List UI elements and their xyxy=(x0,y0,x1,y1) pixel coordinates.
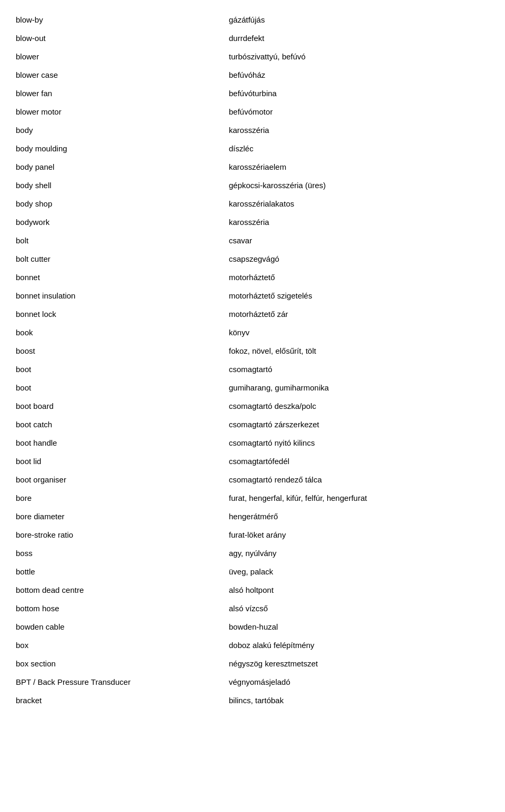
hungarian-term: motorháztető xyxy=(229,268,489,286)
english-term: blower fan xyxy=(16,84,229,102)
hungarian-term: könyv xyxy=(229,323,489,342)
table-row: bookkönyv xyxy=(16,323,489,342)
table-row: bodykarosszéria xyxy=(16,121,489,139)
table-row: bracketbilincs, tartóbak xyxy=(16,691,489,710)
english-term: blower xyxy=(16,47,229,66)
table-row: bore-stroke ratiofurat-löket arány xyxy=(16,526,489,544)
hungarian-term: alsó vízcső xyxy=(229,599,489,618)
table-row: bottleüveg, palack xyxy=(16,562,489,581)
table-row: boot boardcsomagtartó deszka/polc xyxy=(16,397,489,415)
table-row: boot lidcsomagtartófedél xyxy=(16,452,489,470)
english-term: body shell xyxy=(16,176,229,194)
table-row: bonnetmotorháztető xyxy=(16,268,489,286)
hungarian-term: motorháztető szigetelés xyxy=(229,286,489,305)
hungarian-term: agy, nyúlvány xyxy=(229,544,489,562)
english-term: bore xyxy=(16,489,229,507)
table-row: bootgumiharang, gumiharmonika xyxy=(16,378,489,397)
table-row: boot organisercsomagtartó rendező tálca xyxy=(16,470,489,489)
hungarian-term: furat-löket arány xyxy=(229,526,489,544)
hungarian-term: befúvóturbina xyxy=(229,84,489,102)
hungarian-term: csapszegvágó xyxy=(229,250,489,268)
hungarian-term: csavar xyxy=(229,231,489,250)
english-term: bodywork xyxy=(16,213,229,231)
english-term: boot organiser xyxy=(16,470,229,489)
english-term: bottom hose xyxy=(16,599,229,618)
table-row: boot catchcsomagtartó zárszerkezet xyxy=(16,415,489,434)
hungarian-term: végnyomásjeladó xyxy=(229,673,489,691)
table-row: blow-bygázátfújás xyxy=(16,11,489,29)
hungarian-term: gumiharang, gumiharmonika xyxy=(229,378,489,397)
english-term: bolt xyxy=(16,231,229,250)
english-term: boot handle xyxy=(16,434,229,452)
hungarian-term: alsó holtpont xyxy=(229,581,489,599)
hungarian-term: karosszéria xyxy=(229,213,489,231)
hungarian-term: doboz alakú felépítmény xyxy=(229,636,489,654)
hungarian-term: fokoz, növel, elősűrít, tölt xyxy=(229,342,489,360)
english-term: boot lid xyxy=(16,452,229,470)
table-row: body shopkarosszérialakatos xyxy=(16,194,489,213)
english-term: boost xyxy=(16,342,229,360)
table-row: boxdoboz alakú felépítmény xyxy=(16,636,489,654)
english-term: boot xyxy=(16,360,229,378)
table-row: blow-outdurrdefekt xyxy=(16,29,489,47)
table-row: body panelkarosszériaelem xyxy=(16,158,489,176)
table-row: boostfokoz, növel, elősűrít, tölt xyxy=(16,342,489,360)
hungarian-term: motorháztető zár xyxy=(229,305,489,323)
english-term: bonnet insulation xyxy=(16,286,229,305)
table-row: bossagy, nyúlvány xyxy=(16,544,489,562)
english-term: bore-stroke ratio xyxy=(16,526,229,544)
hungarian-term: gépkocsi-karosszéria (üres) xyxy=(229,176,489,194)
table-row: bolt cuttercsapszegvágó xyxy=(16,250,489,268)
table-row: BPT / Back Pressure Transducervégnyomásj… xyxy=(16,673,489,691)
table-row: blower motorbefúvómotor xyxy=(16,102,489,121)
hungarian-term: bilincs, tartóbak xyxy=(229,691,489,710)
hungarian-term: csomagtartó zárszerkezet xyxy=(229,415,489,434)
english-term: bonnet lock xyxy=(16,305,229,323)
hungarian-term: hengerátmérő xyxy=(229,507,489,526)
english-term: bracket xyxy=(16,691,229,710)
english-term: box section xyxy=(16,654,229,673)
hungarian-term: üveg, palack xyxy=(229,562,489,581)
english-term: bolt cutter xyxy=(16,250,229,268)
hungarian-term: karosszérialakatos xyxy=(229,194,489,213)
english-term: bowden cable xyxy=(16,618,229,636)
table-row: body shellgépkocsi-karosszéria (üres) xyxy=(16,176,489,194)
english-term: body moulding xyxy=(16,139,229,158)
english-term: boot xyxy=(16,378,229,397)
english-term: body xyxy=(16,121,229,139)
table-row: bottom hosealsó vízcső xyxy=(16,599,489,618)
table-row: box sectionnégyszög keresztmetszet xyxy=(16,654,489,673)
hungarian-term: gázátfújás xyxy=(229,11,489,29)
hungarian-term: csomagtartó xyxy=(229,360,489,378)
table-row: blower fanbefúvóturbina xyxy=(16,84,489,102)
dictionary-table: blow-bygázátfújásblow-outdurrdefektblowe… xyxy=(16,11,489,710)
english-term: box xyxy=(16,636,229,654)
hungarian-term: bowden-huzal xyxy=(229,618,489,636)
english-term: bore diameter xyxy=(16,507,229,526)
hungarian-term: befúvóház xyxy=(229,66,489,84)
table-row: bore diameterhengerátmérő xyxy=(16,507,489,526)
english-term: book xyxy=(16,323,229,342)
table-row: bootcsomagtartó xyxy=(16,360,489,378)
table-row: boltcsavar xyxy=(16,231,489,250)
hungarian-term: négyszög keresztmetszet xyxy=(229,654,489,673)
hungarian-term: csomagtartó deszka/polc xyxy=(229,397,489,415)
hungarian-term: karosszéria xyxy=(229,121,489,139)
english-term: boss xyxy=(16,544,229,562)
hungarian-term: durrdefekt xyxy=(229,29,489,47)
table-row: bonnet insulationmotorháztető szigetelés xyxy=(16,286,489,305)
english-term: blower motor xyxy=(16,102,229,121)
english-term: body panel xyxy=(16,158,229,176)
table-row: borefurat, hengerfal, kifúr, felfúr, hen… xyxy=(16,489,489,507)
table-row: bowden cablebowden-huzal xyxy=(16,618,489,636)
english-term: blow-by xyxy=(16,11,229,29)
hungarian-term: turbószivattyú, befúvó xyxy=(229,47,489,66)
english-term: bottle xyxy=(16,562,229,581)
english-term: BPT / Back Pressure Transducer xyxy=(16,673,229,691)
table-row: body mouldingdíszléc xyxy=(16,139,489,158)
table-row: bottom dead centrealsó holtpont xyxy=(16,581,489,599)
english-term: blow-out xyxy=(16,29,229,47)
english-term: boot board xyxy=(16,397,229,415)
english-term: bonnet xyxy=(16,268,229,286)
hungarian-term: karosszériaelem xyxy=(229,158,489,176)
